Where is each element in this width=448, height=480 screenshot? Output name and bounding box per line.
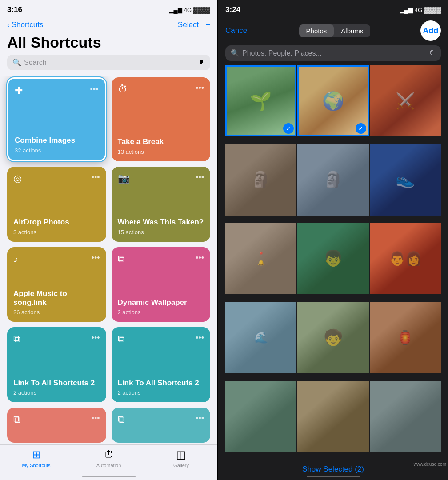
layers-icon: ⧉ <box>118 253 125 265</box>
card-top: ⧉ ••• <box>13 333 100 345</box>
search-bar-right[interactable]: 🔍 Photos, People, Places... 🎙 <box>225 45 441 61</box>
card-subtitle: 2 actions <box>118 309 204 316</box>
card-menu-icon[interactable]: ••• <box>196 173 204 182</box>
shortcut-link-all-1[interactable]: ⧉ ••• Link To All Shortcuts 2 2 actions <box>7 327 106 402</box>
shortcut-partial-2[interactable]: ⧉ ••• <box>112 408 211 443</box>
airdrop-icon: ◎ <box>13 173 22 184</box>
shortcut-partial-1[interactable]: ⧉ ••• <box>7 408 106 443</box>
photo-cell-11[interactable]: 🧒 <box>297 302 368 373</box>
card-menu-icon[interactable]: ••• <box>196 414 204 423</box>
photos-screen: 3:24 ▂▄▆ 4G ▓▓▓▓ Cancel Photos Albums Ad… <box>218 0 448 480</box>
photo-cell-2[interactable]: 🌍 ✓ <box>297 65 368 136</box>
card-top: ✚ ••• <box>15 85 99 96</box>
back-label[interactable]: Shortcuts <box>12 20 44 29</box>
tab-gallery[interactable]: ◫ Gallery <box>164 448 199 468</box>
search-bar[interactable]: 🔍 Search 🎙 <box>7 55 210 70</box>
layers-icon: ⧉ <box>13 414 20 425</box>
card-content: Combine Images 32 actions <box>15 132 99 153</box>
card-title: Apple Music to song.link <box>13 289 100 308</box>
time-right: 3:24 <box>225 5 240 14</box>
card-subtitle: 2 actions <box>118 389 204 396</box>
shortcut-airdrop-photos[interactable]: ◎ ••• AirDrop Photos 3 actions <box>7 167 106 242</box>
shortcut-combine-images[interactable]: ✚ ••• Combine Images 32 actions <box>7 77 106 161</box>
photo-cell-14[interactable] <box>297 381 368 452</box>
card-title: Link To All Shortcuts 2 <box>118 379 204 388</box>
layers-icon: ⧉ <box>13 333 20 345</box>
home-indicator-right <box>307 476 360 477</box>
search-icon: 🔍 <box>12 58 21 67</box>
timer-icon: ⏱ <box>118 84 128 95</box>
photo-cell-4[interactable]: 🗿 <box>225 144 296 215</box>
tab-gallery-label: Gallery <box>173 463 189 468</box>
photo-cell-13[interactable] <box>225 381 296 452</box>
back-button[interactable]: ‹ Shortcuts <box>7 20 43 29</box>
network-type-right: 4G <box>415 7 422 13</box>
photo-cell-12[interactable]: 🏮 <box>370 302 441 373</box>
card-top: ♪ ••• <box>13 253 100 265</box>
shortcut-take-break[interactable]: ⏱ ••• Take a Break 13 actions <box>112 77 211 161</box>
music-icon: ♪ <box>13 253 18 265</box>
status-icons-left: ▂▄▆ 4G ▓▓▓▓ <box>169 7 210 13</box>
photo-cell-10[interactable]: 🌊 <box>225 302 296 373</box>
tab-albums[interactable]: Albums <box>334 24 370 37</box>
bottom-tab-bar: ⊞ My Shortcuts ⏱ Automation ◫ Gallery <box>0 444 217 480</box>
my-shortcuts-icon: ⊞ <box>32 448 41 461</box>
tab-photos[interactable]: Photos <box>299 24 334 37</box>
photo-cell-1[interactable]: 🌱 ✓ <box>225 65 296 136</box>
shortcut-apple-music[interactable]: ♪ ••• Apple Music to song.link 26 action… <box>7 247 106 322</box>
chevron-left-icon: ‹ <box>7 20 10 29</box>
photo-cell-7[interactable]: 📍 🔔 <box>225 223 296 294</box>
card-menu-icon[interactable]: ••• <box>90 85 99 94</box>
card-menu-icon[interactable]: ••• <box>196 84 204 93</box>
nav-bar-right: Cancel Photos Albums Add <box>218 18 448 45</box>
photo-cell-3[interactable]: ⚔️ <box>370 65 441 136</box>
card-top: ⧉ ••• <box>118 333 204 345</box>
show-selected-label[interactable]: Show Selected (2) <box>302 465 364 473</box>
card-content: AirDrop Photos 3 actions <box>13 214 100 235</box>
card-top: ◎ ••• <box>13 173 100 184</box>
photos-albums-tabs: Photos Albums <box>299 24 371 37</box>
card-menu-icon[interactable]: ••• <box>196 253 204 263</box>
card-menu-icon[interactable]: ••• <box>92 333 100 343</box>
card-menu-icon[interactable]: ••• <box>92 173 100 182</box>
shortcuts-screen: 3:16 ▂▄▆ 4G ▓▓▓▓ ‹ Shortcuts Select + Al… <box>0 0 217 480</box>
photo-cell-8[interactable]: 👦 <box>297 223 368 294</box>
card-content: Apple Music to song.link 26 actions <box>13 286 100 316</box>
photo-cell-6[interactable]: 👟 <box>370 144 441 215</box>
cancel-button[interactable]: Cancel <box>225 26 249 35</box>
card-title: Combine Images <box>15 136 99 145</box>
status-bar-right: 3:24 ▂▄▆ 4G ▓▓▓▓ <box>218 0 448 18</box>
shortcuts-grid: ✚ ••• Combine Images 32 actions ⏱ ••• Ta… <box>0 76 217 444</box>
shortcut-link-all-2[interactable]: ⧉ ••• Link To All Shortcuts 2 2 actions <box>112 327 211 402</box>
battery-icon-right: ▓▓▓▓ <box>424 7 441 13</box>
mic-icon-right[interactable]: 🎙 <box>428 49 436 57</box>
card-subtitle: 26 actions <box>13 309 100 316</box>
card-title: AirDrop Photos <box>13 218 100 227</box>
time-left: 3:16 <box>7 5 22 14</box>
puzzle-icon: ✚ <box>15 85 23 96</box>
status-bar-left: 3:16 ▂▄▆ 4G ▓▓▓▓ <box>0 0 217 18</box>
network-type-left: 4G <box>184 7 192 13</box>
card-menu-icon[interactable]: ••• <box>196 333 204 343</box>
add-label: Add <box>423 26 439 36</box>
card-title: Link To All Shortcuts 2 <box>13 379 100 388</box>
tab-my-shortcuts[interactable]: ⊞ My Shortcuts <box>19 448 54 468</box>
card-title: Dynamic Wallpaper <box>118 298 204 307</box>
photo-cell-9[interactable]: 👨‍👩 <box>370 223 441 294</box>
photo-cell-5[interactable]: 🗿 <box>297 144 368 215</box>
layers-icon: ⧉ <box>118 333 125 345</box>
tab-automation[interactable]: ⏱ Automation <box>91 448 127 468</box>
search-input[interactable]: Search <box>24 59 195 67</box>
mic-icon[interactable]: 🎙 <box>198 59 205 67</box>
add-shortcut-button[interactable]: + <box>206 20 210 29</box>
shortcut-where-was-taken[interactable]: 📷 ••• Where Was This Taken? 15 actions <box>112 167 211 242</box>
photo-cell-15[interactable] <box>370 381 441 452</box>
search-placeholder[interactable]: Photos, People, Places... <box>242 49 322 57</box>
select-button[interactable]: Select <box>178 20 199 29</box>
card-menu-icon[interactable]: ••• <box>92 414 100 423</box>
card-content: Link To All Shortcuts 2 2 actions <box>13 375 100 396</box>
card-menu-icon[interactable]: ••• <box>92 253 100 263</box>
add-button[interactable]: Add <box>420 20 441 41</box>
card-subtitle: 32 actions <box>15 147 99 154</box>
shortcut-dynamic-wallpaper[interactable]: ⧉ ••• Dynamic Wallpaper 2 actions <box>112 247 211 322</box>
